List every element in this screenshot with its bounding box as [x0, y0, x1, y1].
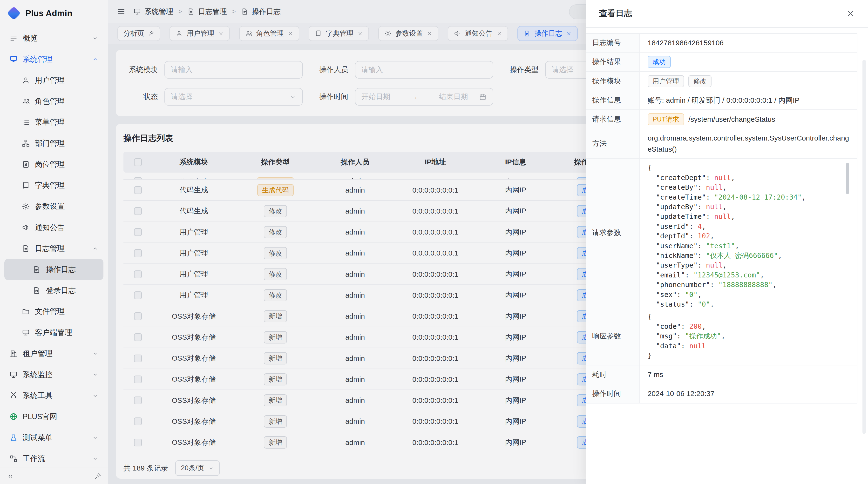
tag-warning: PUT请求: [648, 113, 684, 126]
tag-default: 用户管理: [648, 75, 684, 88]
drawer-header: 查看日志: [586, 0, 868, 28]
detail-value: 7 ms: [640, 365, 857, 384]
detail-label: 方法: [586, 129, 640, 158]
detail-value: PUT请求/system/user/changeStatus: [640, 110, 857, 129]
drawer-rows: 日志编号1842781986426159106操作结果成功操作模块用户管理修改操…: [586, 33, 858, 404]
detail-value: 账号: admin / 研发部门 / 0:0:0:0:0:0:0:1 / 内网I…: [640, 91, 857, 109]
detail-value: 2024-10-06 12:20:37: [640, 384, 857, 403]
close-icon[interactable]: [846, 9, 855, 18]
detail-row-request: 请求信息PUT请求/system/user/changeStatus: [586, 110, 857, 129]
code-block: { "code": 200, "msg": "操作成功", "data": nu…: [648, 312, 849, 361]
drawer-scrollbar[interactable]: [863, 60, 866, 434]
detail-label: 操作信息: [586, 91, 640, 109]
detail-value: 1842781986426159106: [640, 34, 857, 52]
detail-row-response_params: 响应参数{ "code": 200, "msg": "操作成功", "data"…: [586, 307, 857, 365]
detail-value: { "code": 200, "msg": "操作成功", "data": nu…: [640, 307, 857, 365]
detail-value: { "createDept": null, "createBy": null, …: [640, 159, 857, 307]
detail-row-module: 操作模块用户管理修改: [586, 72, 857, 91]
detail-row-request_params: 请求参数{ "createDept": null, "createBy": nu…: [586, 159, 857, 307]
json-code: { "createDept": null, "createBy": null, …: [648, 163, 849, 307]
detail-row-cost: 耗时7 ms: [586, 365, 857, 384]
code-block: { "createDept": null, "createBy": null, …: [648, 163, 849, 307]
drawer-body: 日志编号1842781986426159106操作结果成功操作模块用户管理修改操…: [586, 28, 868, 484]
detail-row-result: 操作结果成功: [586, 53, 857, 72]
detail-label: 请求信息: [586, 110, 640, 129]
detail-row-time: 操作时间2024-10-06 12:20:37: [586, 384, 857, 403]
tag-default: 修改: [688, 75, 712, 88]
code-scrollbar[interactable]: [846, 163, 849, 194]
detail-value: 成功: [640, 53, 857, 71]
detail-value: org.dromara.system.controller.system.Sys…: [640, 129, 857, 158]
detail-value: 用户管理修改: [640, 72, 857, 91]
detail-label: 耗时: [586, 365, 640, 384]
detail-row-method: 方法org.dromara.system.controller.system.S…: [586, 129, 857, 159]
drawer-title: 查看日志: [599, 8, 632, 19]
detail-label: 响应参数: [586, 307, 640, 365]
detail-label: 日志编号: [586, 34, 640, 52]
json-code: { "code": 200, "msg": "操作成功", "data": nu…: [648, 312, 849, 361]
detail-row-info: 操作信息账号: admin / 研发部门 / 0:0:0:0:0:0:0:1 /…: [586, 91, 857, 110]
log-detail-drawer: 查看日志 日志编号1842781986426159106操作结果成功操作模块用户…: [586, 0, 868, 484]
app-root: Plus Admin 概览系统管理用户管理角色管理菜单管理部门管理岗位管理字典管…: [0, 0, 868, 484]
tag-blue: 成功: [648, 56, 671, 68]
detail-label: 操作时间: [586, 384, 640, 403]
detail-value-text: /system/user/changeStatus: [688, 114, 775, 125]
detail-row-log_id: 日志编号1842781986426159106: [586, 34, 857, 53]
detail-label: 操作结果: [586, 53, 640, 71]
detail-label: 请求参数: [586, 159, 640, 307]
detail-label: 操作模块: [586, 72, 640, 91]
